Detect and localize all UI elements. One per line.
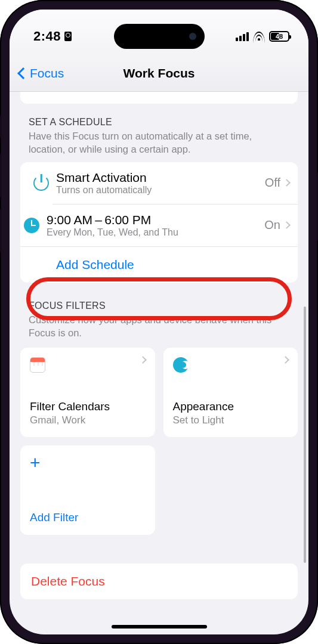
schedule-card: Smart Activation Turns on automatically … [20, 162, 298, 283]
mute-switch [0, 116, 1, 138]
row-sub: Every Mon, Tue, Wed, and Thu [47, 227, 264, 238]
back-label: Focus [30, 66, 64, 80]
volume-up [0, 154, 1, 198]
smart-activation-row[interactable]: Smart Activation Turns on automatically … [20, 162, 298, 204]
filter-sub: Set to Light [173, 414, 289, 426]
row-title: 9:00 AM – 6:00 PM [47, 213, 264, 227]
cellular-icon [236, 32, 249, 41]
appearance-card[interactable]: Appearance Set to Light [163, 348, 298, 437]
chevron-right-icon [283, 221, 291, 229]
chevron-right-icon [139, 356, 147, 364]
filter-title: Appearance [173, 400, 289, 413]
wifi-icon [253, 32, 265, 41]
nav-bar: Focus Work Focus [10, 55, 308, 92]
volume-down [0, 209, 1, 253]
filter-calendars-card[interactable]: Filter Calendars Gmail, Work [20, 348, 155, 437]
add-schedule-label: Add Schedule [56, 258, 134, 271]
phone-frame: 2:48 48 Focus Work Focus SET A [0, 0, 318, 644]
chevron-right-icon [282, 356, 289, 364]
home-indicator[interactable] [112, 625, 207, 628]
power-icon [33, 175, 49, 191]
screen: 2:48 48 Focus Work Focus SET A [10, 10, 308, 634]
battery-text: 48 [276, 33, 283, 40]
previous-card-edge [20, 92, 298, 104]
content-scroll[interactable]: SET A SCHEDULE Have this Focus turn on a… [10, 92, 308, 630]
portrait-lock-icon [64, 32, 72, 41]
back-button[interactable]: Focus [10, 66, 64, 80]
calendar-icon [30, 357, 45, 373]
delete-label: Delete Focus [31, 574, 287, 589]
filters-header: FOCUS FILTERS [20, 301, 298, 313]
time-text: 2:48 [33, 29, 61, 44]
filters-grid: Filter Calendars Gmail, Work Appearance … [20, 348, 298, 535]
time-schedule-row[interactable]: 9:00 AM – 6:00 PM Every Mon, Tue, Wed, a… [53, 204, 298, 246]
battery-icon: 48 [269, 31, 289, 42]
schedule-header: SET A SCHEDULE [20, 117, 298, 129]
row-value: Off [265, 176, 284, 190]
chevron-right-icon [283, 179, 291, 187]
dynamic-island [114, 24, 205, 49]
row-title: Smart Activation [56, 171, 265, 185]
status-time: 2:48 [33, 29, 72, 44]
row-sub: Turns on automatically [56, 185, 265, 196]
plus-icon: + [30, 455, 41, 470]
filter-sub: Gmail, Work [30, 414, 146, 426]
clock-icon [24, 218, 39, 233]
scroll-indicator [304, 306, 306, 563]
status-right: 48 [236, 31, 289, 42]
add-filter-label: Add Filter [30, 511, 146, 524]
appearance-icon [173, 357, 189, 373]
add-schedule-button[interactable]: Add Schedule [20, 246, 298, 283]
add-filter-card[interactable]: + Add Filter [20, 445, 155, 535]
schedule-desc: Have this Focus turn on automatically at… [20, 129, 298, 162]
filters-desc: Customize how your apps and device behav… [20, 313, 298, 346]
delete-focus-button[interactable]: Delete Focus [20, 564, 298, 599]
row-value: On [264, 218, 284, 232]
filter-title: Filter Calendars [30, 400, 146, 413]
chevron-left-icon [17, 67, 29, 79]
